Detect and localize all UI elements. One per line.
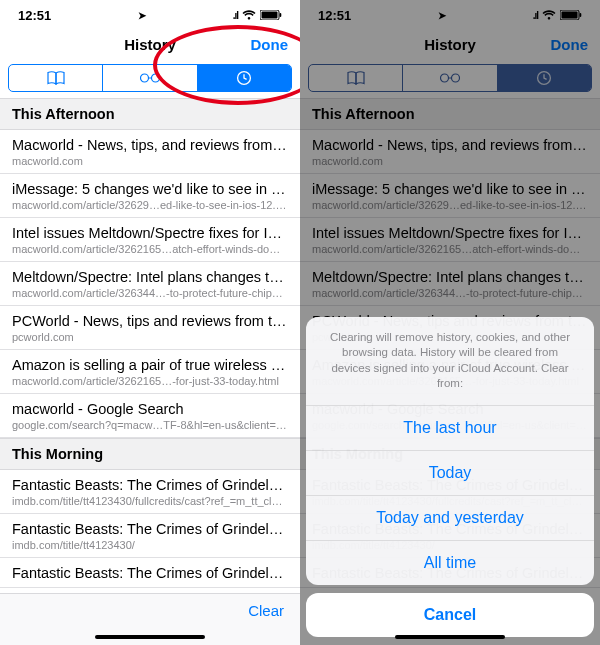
- done-button[interactable]: Done: [551, 30, 589, 60]
- section-header: This Afternoon: [300, 98, 600, 130]
- svg-point-4: [151, 74, 159, 82]
- svg-rect-7: [562, 11, 578, 18]
- svg-rect-1: [262, 11, 278, 18]
- item-title: Meltdown/Spectre: Intel plans changes to…: [312, 269, 588, 285]
- home-indicator: [95, 635, 205, 639]
- clear-today-yesterday-button[interactable]: Today and yesterday: [306, 496, 594, 541]
- item-title: Fantastic Beasts: The Crimes of Grindelw…: [12, 477, 288, 493]
- svg-point-9: [440, 74, 448, 82]
- item-url: google.com/search?q=macw…TF-8&hl=en-us&c…: [12, 419, 288, 431]
- clear-all-time-button[interactable]: All time: [306, 541, 594, 585]
- list-item[interactable]: Fantastic Beasts: The Crimes of Grindelw…: [0, 470, 300, 514]
- list-item[interactable]: Intel issues Meltdown/Spectre fixes for …: [0, 218, 300, 262]
- item-title: Meltdown/Spectre: Intel plans changes to…: [12, 269, 288, 285]
- item-title: Macworld - News, tips, and reviews from …: [312, 137, 588, 153]
- section-header: This Afternoon: [0, 98, 300, 130]
- item-url: macworld.com/article/32629…ed-like-to-se…: [12, 199, 288, 211]
- list-item[interactable]: Fantastic Beasts: The Crimes of Grindelw…: [0, 514, 300, 558]
- item-url: macworld.com/article/32629…ed-like-to-se…: [312, 199, 588, 211]
- item-url: macworld.com/article/326344…-to-protect-…: [12, 287, 288, 299]
- status-location-arrow-icon: ➤: [138, 10, 146, 21]
- clear-last-hour-button[interactable]: The last hour: [306, 406, 594, 451]
- tab-bookmarks[interactable]: [9, 65, 102, 91]
- section-header: This Morning: [0, 438, 300, 470]
- segmented-control: [308, 64, 592, 92]
- cell-signal-icon: .ıl: [533, 10, 538, 21]
- glasses-icon: [439, 72, 461, 84]
- nav-bar: History Done: [300, 30, 600, 60]
- status-bar: 12:51 ➤ .ıl: [0, 0, 300, 30]
- battery-icon: [260, 8, 282, 23]
- svg-point-10: [451, 74, 459, 82]
- book-icon: [347, 71, 365, 85]
- status-time: 12:51: [18, 8, 51, 23]
- status-time: 12:51: [318, 8, 351, 23]
- tab-history[interactable]: [497, 65, 591, 91]
- list-item[interactable]: Meltdown/Spectre: Intel plans changes to…: [300, 262, 600, 306]
- clock-icon: [536, 70, 552, 86]
- page-title: History: [424, 36, 476, 53]
- glasses-icon: [139, 72, 161, 84]
- done-button[interactable]: Done: [251, 30, 289, 60]
- home-indicator: [395, 635, 505, 639]
- item-title: iMessage: 5 changes we'd like to see in …: [12, 181, 288, 197]
- cell-signal-icon: .ıl: [233, 10, 238, 21]
- status-right: .ıl: [233, 8, 282, 23]
- item-title: Macworld - News, tips, and reviews from …: [12, 137, 288, 153]
- item-url: macworld.com/article/3262165…atch-effort…: [312, 243, 588, 255]
- list-item[interactable]: Macworld - News, tips, and reviews from …: [0, 130, 300, 174]
- item-url: macworld.com/article/326344…-to-protect-…: [312, 287, 588, 299]
- list-item[interactable]: macworld - Google Searchgoogle.com/searc…: [0, 394, 300, 438]
- action-sheet-cancel-group: Cancel: [306, 593, 594, 637]
- bottom-toolbar: Clear: [0, 593, 300, 645]
- status-bar: 12:51 ➤ .ıl: [300, 0, 600, 30]
- tab-bookmarks[interactable]: [309, 65, 402, 91]
- action-sheet-message: Clearing will remove history, cookies, a…: [306, 317, 594, 406]
- clear-button[interactable]: Clear: [248, 602, 284, 619]
- book-icon: [47, 71, 65, 85]
- item-url: imdb.com/title/tt4123430/: [12, 539, 288, 551]
- list-item[interactable]: Amazon is selling a pair of true wireles…: [0, 350, 300, 394]
- list-item[interactable]: iMessage: 5 changes we'd like to see in …: [0, 174, 300, 218]
- list-item[interactable]: Macworld - News, tips, and reviews from …: [300, 130, 600, 174]
- history-list: This Afternoon Macworld - News, tips, an…: [0, 98, 300, 588]
- action-sheet-options: Clearing will remove history, cookies, a…: [306, 317, 594, 585]
- tab-reading-list[interactable]: [402, 65, 496, 91]
- item-url: pcworld.com: [12, 331, 288, 343]
- wifi-icon: [242, 8, 256, 23]
- item-title: iMessage: 5 changes we'd like to see in …: [312, 181, 588, 197]
- list-item[interactable]: Fantastic Beasts: The Crimes of Grindelw…: [0, 558, 300, 588]
- clear-today-button[interactable]: Today: [306, 451, 594, 496]
- item-title: Fantastic Beasts: The Crimes of Grindelw…: [12, 565, 288, 581]
- svg-rect-2: [280, 13, 282, 17]
- page-title: History: [124, 36, 176, 53]
- tab-reading-list[interactable]: [102, 65, 196, 91]
- item-url: macworld.com: [312, 155, 588, 167]
- item-url: macworld.com/article/3262165…atch-effort…: [12, 243, 288, 255]
- list-item[interactable]: iMessage: 5 changes we'd like to see in …: [300, 174, 600, 218]
- cancel-button[interactable]: Cancel: [306, 593, 594, 637]
- status-location-arrow-icon: ➤: [438, 10, 446, 21]
- list-item[interactable]: PCWorld - News, tips and reviews from th…: [0, 306, 300, 350]
- item-url: macworld.com/article/3262165…-for-just-3…: [12, 375, 288, 387]
- item-title: Amazon is selling a pair of true wireles…: [12, 357, 288, 373]
- phone-right: 12:51 ➤ .ıl History Done This Afternoon …: [300, 0, 600, 645]
- action-sheet: Clearing will remove history, cookies, a…: [306, 317, 594, 637]
- status-right: .ıl: [533, 8, 582, 23]
- clock-icon: [236, 70, 252, 86]
- item-url: macworld.com: [12, 155, 288, 167]
- list-item[interactable]: Meltdown/Spectre: Intel plans changes to…: [0, 262, 300, 306]
- nav-bar: History Done: [0, 30, 300, 60]
- phone-left: 12:51 ➤ .ıl History Done This Afternoon …: [0, 0, 300, 645]
- list-item[interactable]: Intel issues Meltdown/Spectre fixes for …: [300, 218, 600, 262]
- item-url: imdb.com/title/tt4123430/fullcredits/cas…: [12, 495, 288, 507]
- wifi-icon: [542, 8, 556, 23]
- svg-point-3: [140, 74, 148, 82]
- item-title: Intel issues Meltdown/Spectre fixes for …: [12, 225, 288, 241]
- item-title: PCWorld - News, tips and reviews from th…: [12, 313, 288, 329]
- item-title: Fantastic Beasts: The Crimes of Grindelw…: [12, 521, 288, 537]
- tab-history[interactable]: [197, 65, 291, 91]
- battery-icon: [560, 8, 582, 23]
- svg-rect-8: [580, 13, 582, 17]
- segmented-control: [8, 64, 292, 92]
